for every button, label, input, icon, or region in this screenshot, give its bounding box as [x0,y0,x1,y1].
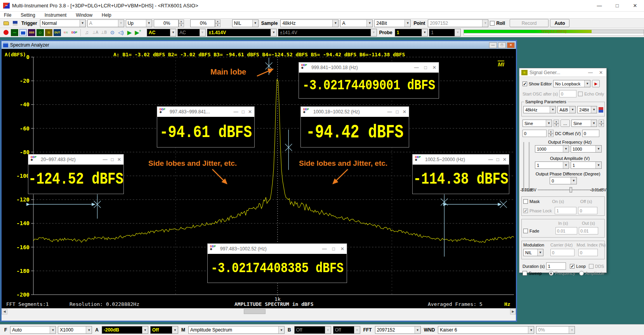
menu-file[interactable]: File [4,12,11,18]
display-mode-combo[interactable]: Amplitude Spectrum▼ [188,326,285,334]
chevron-down-icon[interactable]: ▼ [172,326,178,333]
chevron-down-icon[interactable]: ▼ [142,326,148,333]
phase-difference-combo[interactable]: 0▼ [550,177,577,184]
restore-button[interactable]: □ [498,42,506,48]
lcr-meter-icon[interactable]: ≈≈ [62,29,69,36]
ddp-window-left-lobe[interactable]: DDP⊕ 997.483~999.841... ―□✕ -94.61 dBFS [157,106,255,148]
frequency-mode-combo[interactable]: Auto▼ [10,326,56,334]
chevron-down-icon[interactable]: ▼ [595,162,601,168]
chevron-down-icon[interactable]: ▼ [415,326,420,333]
waveform-b-spinner[interactable]: ▲▼ [599,120,604,127]
level-slider-thumb[interactable] [569,187,572,193]
scroll-right-icon[interactable]: ▶ [510,309,516,314]
chevron-down-icon[interactable]: ▼ [569,106,575,113]
sweep-frequency-radio[interactable] [549,271,554,276]
trigger-delay-field[interactable]: 0% ▲▼ [190,19,220,27]
oscilloscope-icon[interactable]: ∼ [11,29,18,36]
signal-generator-titlebar[interactable]: ≈ Signal Gener... ―✕ [519,68,606,77]
menu-instrument[interactable]: Instrument [45,12,67,18]
roll-checkbox[interactable] [490,21,495,26]
run-icon[interactable]: ▶ [126,29,133,36]
ddp-window-total-peak[interactable]: DDP⊕ 997.483~1002.52 (Hz) ―□✕ -3.0217440… [207,243,347,283]
open-file-icon[interactable] [2,20,10,27]
trigger-level-field[interactable]: 0% ▲▼ [154,19,184,27]
trigger-delay-spinner[interactable]: ▲▼ [215,19,220,27]
trigger-level-spinner[interactable]: ▲▼ [179,19,184,27]
multimeter-icon[interactable]: 888 [28,29,35,36]
chevron-down-icon[interactable]: ▼ [422,29,427,36]
sweep-amplitude-radio[interactable] [579,271,584,276]
chevron-down-icon[interactable]: ▼ [271,29,276,36]
chevron-down-icon[interactable]: ▼ [146,20,152,27]
xy-plot-icon[interactable]: ○ [36,29,44,36]
chevron-down-icon[interactable]: ▼ [537,249,543,256]
chevron-down-icon[interactable]: ▼ [170,29,176,36]
chevron-down-icon[interactable]: ▼ [278,326,284,333]
sample-bits-combo[interactable]: 24Bit▼ [374,19,411,27]
modulation-type-combo[interactable]: NIL▼ [523,249,543,256]
menu-help[interactable]: Help [102,12,111,18]
chevron-down-icon[interactable]: ▼ [550,106,555,113]
ddp-window-right-lobe[interactable]: DDP⊕ 1000.18~1002.52 (Hz) ―□✕ -94.42 dBF… [300,106,409,148]
chevron-down-icon[interactable]: ▼ [528,326,534,333]
run-loop-icon[interactable]: ▶˚ [134,29,142,36]
sweep-checkbox[interactable] [522,271,527,276]
fft-size-combo[interactable]: 2097152▼ [375,326,421,334]
trigger-hpf-combo[interactable]: NIL▼ [232,19,259,27]
minimize-button[interactable]: ― [489,42,497,48]
chevron-down-icon[interactable]: ▼ [591,120,597,127]
amplitude-b-combo[interactable]: 1▼ [571,161,602,169]
spectrum-chart[interactable]: 0-20-40-60-80-100-120-140-160-180-2001k … [2,49,516,308]
waveform-a-combo[interactable]: Sine▼ [522,120,552,127]
mask-checkbox[interactable] [523,199,528,204]
level-slider[interactable] [573,189,589,191]
trigger-edge-combo[interactable]: Up▼ [126,19,152,27]
siggen-channels-combo[interactable]: A&B▼ [557,106,576,113]
close-button[interactable]: ✕ [626,0,644,11]
close-button[interactable]: ✕ [507,42,515,48]
probe-a-combo[interactable]: 1▼ [395,29,428,36]
chevron-down-icon[interactable]: ▼ [571,177,576,184]
start-generator-button[interactable]: ▶ [592,80,600,87]
speaker-icon[interactable]: ◁) [117,29,125,36]
fade-checkbox[interactable] [523,229,528,233]
trigger-mode-combo[interactable]: Normal▼ [40,19,86,27]
chevron-down-icon[interactable]: ▼ [591,106,597,113]
auto-button[interactable]: Auto [550,19,569,27]
waveform-a-spinner[interactable]: ▲▼ [554,120,559,127]
chevron-down-icon[interactable]: ▼ [546,120,552,127]
amplitude-slider-a[interactable] [523,142,524,190]
loop-checkbox[interactable] [570,264,575,269]
coupling-a-combo[interactable]: AC▼ [147,29,176,36]
dc-offset-a-input[interactable]: 0 [522,130,547,137]
chevron-down-icon[interactable]: ▼ [50,326,56,333]
dc-offset-b-input[interactable]: 0 [582,130,599,137]
ddp-window-main-peak[interactable]: DDP⊕ 999.841~1000.18 (Hz) ―□✕ -3.0217440… [299,62,439,99]
amplitude-slider-b[interactable] [529,142,530,190]
scrollbar-thumb[interactable] [244,309,266,314]
spectrum-3d-plot-icon[interactable]: ≈ [45,29,52,36]
spectrum-window-titlebar[interactable]: Spectrum Analyzer ― □ ✕ [2,41,516,49]
more-waveforms-button[interactable]: ... [561,120,570,127]
range-a-combo[interactable]: ±1.414V▼ [207,29,277,36]
amplitude-a-combo[interactable]: 1▼ [535,161,569,169]
horizontal-scrollbar[interactable]: ◀ ▶ [2,308,516,314]
ddp-viewer-icon[interactable]: DDP [71,29,78,36]
chevron-down-icon[interactable]: ▼ [252,20,258,27]
chevron-down-icon[interactable]: ▼ [584,80,590,87]
save-preset-icon[interactable] [599,107,603,113]
chevron-down-icon[interactable]: ▼ [366,20,372,27]
siggen-bits-combo[interactable]: 24Bit▼ [577,106,597,113]
dc-offset-spinner[interactable]: ▲▼ [548,130,554,137]
chevron-down-icon[interactable]: ▼ [595,146,601,152]
frequency-a-combo[interactable]: 1000▼ [535,145,569,153]
chevron-down-icon[interactable]: ▼ [86,326,92,333]
scroll-left-icon[interactable]: ◀ [2,309,7,314]
sample-rate-combo[interactable]: 48kHz▼ [280,19,338,27]
waveform-b-combo[interactable]: Sine▼ [571,120,597,127]
x-scale-combo[interactable]: X1000▼ [58,326,92,334]
maximize-button[interactable]: □ [608,0,626,11]
spectrum-analyzer-icon[interactable] [19,29,27,36]
a-range-combo[interactable]: -200dB▼ [102,326,148,334]
chevron-down-icon[interactable]: ▼ [80,20,85,27]
